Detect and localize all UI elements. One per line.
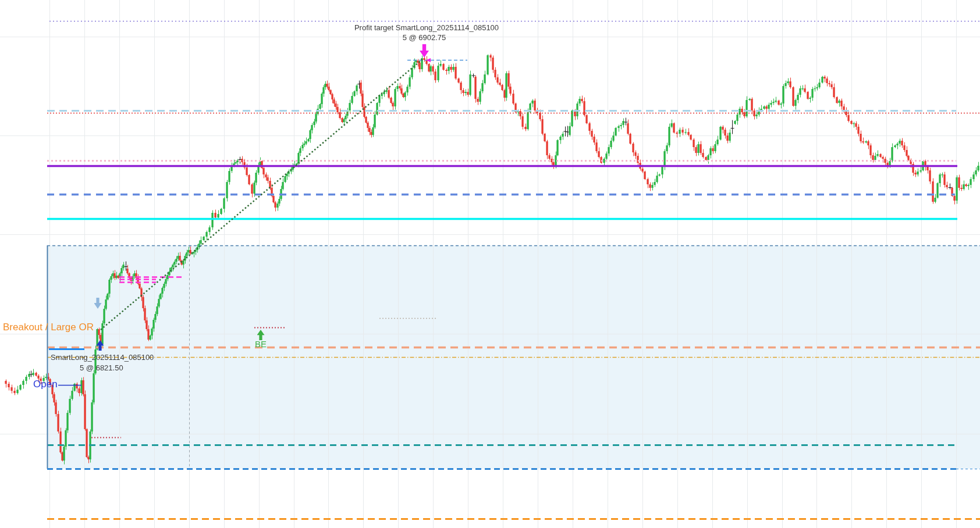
- breakeven-label: BE: [255, 340, 267, 348]
- profit-target-label-line2: 5 @ 6902.75: [403, 33, 446, 42]
- breakout-label: Breakout / Large OR: [3, 322, 94, 333]
- entry-label-line1: SmartLong_20251114_085100: [51, 353, 154, 362]
- trading-chart[interactable]: Profit target SmartLong_20251114_085100 …: [0, 0, 980, 528]
- open-label: Open: [33, 379, 58, 390]
- price-canvas[interactable]: [0, 0, 980, 528]
- profit-target-label-line1: Profit target SmartLong_20251114_085100: [354, 23, 499, 32]
- entry-label-line2: 5 @ 6821.50: [80, 363, 123, 372]
